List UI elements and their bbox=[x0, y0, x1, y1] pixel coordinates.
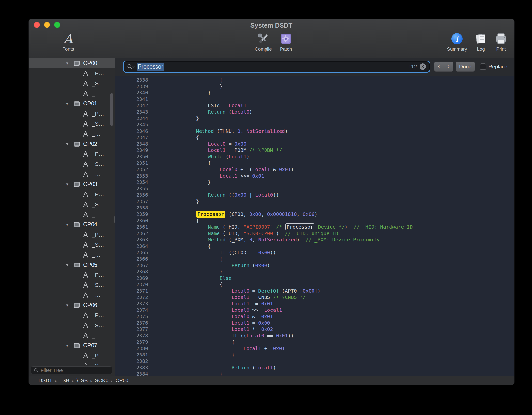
tree-item-_P[interactable]: _P… bbox=[29, 109, 115, 119]
patch-toolbar-button[interactable]: Patch bbox=[269, 32, 303, 52]
tree-item-_[interactable]: _… bbox=[29, 209, 115, 220]
fonts-toolbar-button[interactable]: A Fonts bbox=[51, 32, 85, 52]
disclosure-triangle-icon[interactable]: ▼ bbox=[65, 142, 71, 146]
clear-search-icon[interactable]: ✕ bbox=[420, 63, 426, 70]
tree-item-_S[interactable]: _S… bbox=[29, 159, 115, 169]
compass-icon bbox=[82, 70, 89, 77]
sidebar-scrollbar-thumb[interactable] bbox=[110, 93, 113, 126]
line-number: 2367 bbox=[115, 262, 155, 268]
breadcrumb-item[interactable]: \_SB bbox=[77, 377, 88, 383]
tree-item-_P[interactable]: _P… bbox=[29, 230, 115, 240]
tree-item-CP05[interactable]: ▼CP05 bbox=[29, 260, 115, 270]
breadcrumb-item[interactable]: DSDT bbox=[38, 377, 52, 383]
tree-item-_[interactable]: _… bbox=[29, 169, 115, 179]
filter-tree-input[interactable]: Filter Tree bbox=[31, 366, 112, 374]
tree-item-_S[interactable]: _S… bbox=[29, 320, 115, 330]
scope-icon bbox=[73, 141, 80, 147]
tree-item-CP03[interactable]: ▼CP03 bbox=[29, 179, 115, 189]
line-number: 2369 bbox=[115, 275, 155, 281]
next-match-button[interactable]: › bbox=[444, 62, 453, 71]
disclosure-triangle-icon[interactable]: ▼ bbox=[65, 182, 71, 186]
disclosure-triangle-icon[interactable]: ▼ bbox=[65, 102, 71, 106]
current-find-indicator: Processor bbox=[285, 223, 314, 230]
print-label: Print bbox=[484, 46, 514, 52]
editor-pane: Processor 112 ✕ ‹ › Done Replace 2338 bbox=[115, 58, 514, 376]
disclosure-triangle-icon[interactable]: ▼ bbox=[65, 343, 71, 348]
code-line: 2369 Else bbox=[115, 275, 514, 281]
tree-item-_S[interactable]: _S… bbox=[29, 280, 115, 290]
breadcrumb-separator: ▸ bbox=[55, 379, 57, 383]
tree-item-CP02[interactable]: ▼CP02 bbox=[29, 139, 115, 149]
tree-item-_P[interactable]: _P… bbox=[29, 189, 115, 199]
tree-item-CP06[interactable]: ▼CP06 bbox=[29, 300, 115, 310]
tree-item-label: CP03 bbox=[83, 181, 97, 188]
tree-item-CP07[interactable]: ▼CP07 bbox=[29, 341, 115, 351]
tree-item-_[interactable]: _… bbox=[29, 330, 115, 341]
breadcrumb-item[interactable]: CP00 bbox=[115, 377, 128, 383]
tree-item-_P[interactable]: _P… bbox=[29, 351, 115, 361]
done-button[interactable]: Done bbox=[456, 62, 475, 72]
tree-item-_[interactable]: _… bbox=[29, 250, 115, 260]
main-split: ▼CP00_P…_S…_…▼CP01_P…_S…_…▼CP02_P…_S…_…▼… bbox=[29, 58, 514, 376]
tree-item-label: _… bbox=[92, 90, 100, 97]
toolbar: A Fonts Compile bbox=[29, 31, 514, 58]
tree-item-_P[interactable]: _P… bbox=[29, 310, 115, 320]
tree-item-_P[interactable]: _P… bbox=[29, 270, 115, 280]
compass-icon bbox=[82, 80, 89, 87]
disclosure-triangle-icon[interactable]: ▼ bbox=[65, 303, 71, 307]
line-number: 2370 bbox=[115, 281, 155, 288]
tree-item-label: _… bbox=[92, 131, 100, 137]
line-number: 2368 bbox=[115, 268, 155, 275]
tree-item-_S[interactable]: _S… bbox=[29, 119, 115, 129]
code-line: 2343 Return (Local0) bbox=[115, 109, 514, 115]
compass-icon bbox=[82, 312, 89, 319]
tree-item-_S[interactable]: _S… bbox=[29, 199, 115, 209]
line-number: 2349 bbox=[115, 147, 155, 153]
title-bar[interactable]: System DSDT bbox=[29, 19, 514, 31]
code-line: 2358 bbox=[115, 205, 514, 211]
tree-item-_S[interactable]: _S… bbox=[29, 78, 115, 89]
search-match-highlight: Processor bbox=[196, 211, 225, 218]
breadcrumb-item[interactable]: SCK0 bbox=[95, 377, 109, 383]
tree-item-label: _P… bbox=[92, 191, 104, 198]
print-icon bbox=[495, 33, 507, 44]
line-number: 2344 bbox=[115, 115, 155, 121]
tree-item-CP04[interactable]: ▼CP04 bbox=[29, 220, 115, 230]
code-line: 2379 { bbox=[115, 339, 514, 345]
tree-item-CP01[interactable]: ▼CP01 bbox=[29, 99, 115, 109]
tree-item-label: _… bbox=[92, 211, 100, 218]
line-number: 2354 bbox=[115, 179, 155, 185]
disclosure-triangle-icon[interactable]: ▼ bbox=[65, 61, 71, 65]
disclosure-triangle-icon[interactable]: ▼ bbox=[65, 263, 71, 267]
tree-item-_S[interactable]: _S… bbox=[29, 240, 115, 250]
code-line: 2352 Local0 += (Local1 & 0x01) bbox=[115, 166, 514, 173]
print-toolbar-button[interactable]: Print bbox=[484, 32, 514, 52]
tree-item-_P[interactable]: _P… bbox=[29, 149, 115, 159]
line-number: 2338 bbox=[115, 77, 155, 83]
disclosure-triangle-icon[interactable]: ▼ bbox=[65, 222, 71, 227]
find-input[interactable]: Processor 112 ✕ bbox=[124, 62, 429, 72]
replace-checkbox[interactable] bbox=[480, 63, 486, 70]
tree-item-_P[interactable]: _P… bbox=[29, 68, 115, 78]
line-number: 2359 bbox=[115, 211, 155, 217]
tree-item-_[interactable]: _… bbox=[29, 89, 115, 99]
window-title: System DSDT bbox=[29, 19, 514, 31]
compile-tools-icon bbox=[256, 33, 270, 45]
code-line: 2351 { bbox=[115, 160, 514, 166]
line-number: 2379 bbox=[115, 339, 155, 345]
tree-item-label: _P… bbox=[92, 232, 104, 238]
line-number: 2366 bbox=[115, 256, 155, 262]
tree-item-label: _P… bbox=[92, 312, 104, 319]
code-editor[interactable]: 2338 {2339 }2340 }23412342 LSTA = Local1… bbox=[115, 76, 514, 376]
tree-item-_[interactable]: _… bbox=[29, 290, 115, 300]
breadcrumb-item[interactable]: _SB bbox=[60, 377, 69, 383]
code-line: 2372 Local1 = CNBS /* \CNBS */ bbox=[115, 294, 514, 300]
compass-icon bbox=[82, 201, 89, 208]
previous-match-button[interactable]: ‹ bbox=[434, 62, 444, 71]
tree-item-CP00[interactable]: ▼CP00 bbox=[29, 58, 115, 68]
compass-icon bbox=[82, 242, 89, 248]
find-bar: Processor 112 ✕ ‹ › Done Replace bbox=[115, 58, 514, 76]
tree-item-label: _S… bbox=[92, 282, 104, 288]
tree-item-_[interactable]: _… bbox=[29, 129, 115, 139]
scope-icon bbox=[73, 101, 80, 107]
